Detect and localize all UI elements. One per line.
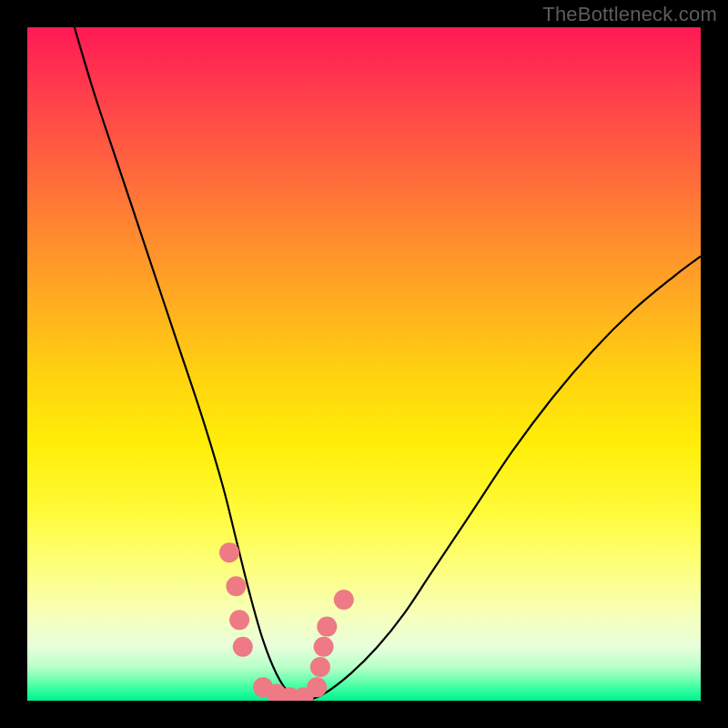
chart-plot-area (27, 27, 701, 701)
marker-point (219, 542, 239, 562)
marker-cluster (219, 542, 354, 701)
chart-svg (27, 27, 701, 701)
bottleneck-curve (75, 27, 701, 701)
watermark-text: TheBottleneck.com (542, 3, 717, 26)
marker-point (334, 590, 354, 610)
marker-point (233, 637, 253, 657)
marker-point (314, 637, 334, 657)
marker-point (310, 657, 330, 677)
marker-point (317, 617, 337, 637)
curve-line (75, 27, 701, 701)
marker-point (307, 677, 327, 697)
marker-point (229, 610, 249, 630)
chart-frame: TheBottleneck.com (0, 0, 728, 728)
marker-point (226, 576, 246, 596)
